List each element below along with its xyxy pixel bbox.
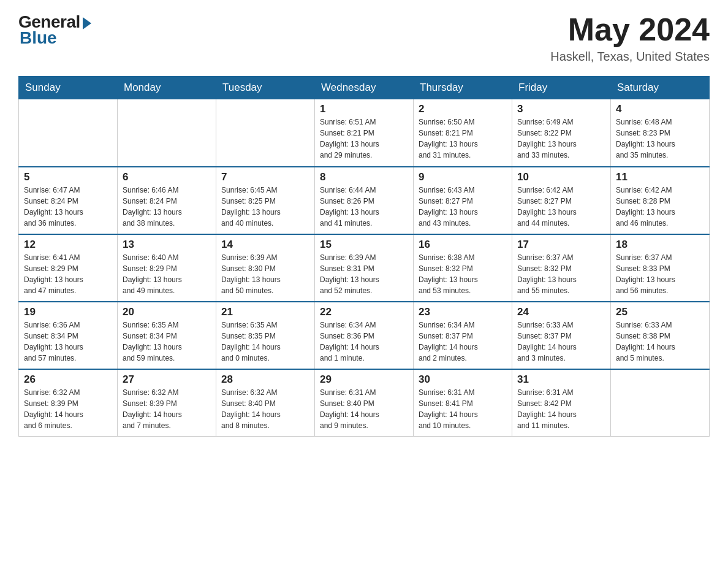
calendar-cell	[611, 369, 710, 437]
day-info-text: Sunrise: 6:46 AM Sunset: 8:24 PM Dayligh…	[123, 185, 211, 229]
col-tuesday: Tuesday	[216, 77, 315, 99]
calendar-cell: 3Sunrise: 6:49 AM Sunset: 8:22 PM Daylig…	[512, 99, 611, 167]
calendar-cell: 12Sunrise: 6:41 AM Sunset: 8:29 PM Dayli…	[19, 234, 118, 302]
day-number: 16	[419, 239, 507, 251]
day-info-text: Sunrise: 6:50 AM Sunset: 8:21 PM Dayligh…	[419, 117, 507, 161]
calendar-cell: 18Sunrise: 6:37 AM Sunset: 8:33 PM Dayli…	[611, 234, 710, 302]
day-info-text: Sunrise: 6:48 AM Sunset: 8:23 PM Dayligh…	[616, 117, 704, 161]
calendar-cell: 4Sunrise: 6:48 AM Sunset: 8:23 PM Daylig…	[611, 99, 710, 167]
day-info-text: Sunrise: 6:45 AM Sunset: 8:25 PM Dayligh…	[221, 185, 309, 229]
logo: General Blue	[18, 12, 91, 48]
calendar-cell: 10Sunrise: 6:42 AM Sunset: 8:27 PM Dayli…	[512, 167, 611, 234]
day-number: 18	[616, 239, 704, 251]
logo-blue-text: Blue	[20, 28, 57, 48]
calendar-cell: 13Sunrise: 6:40 AM Sunset: 8:29 PM Dayli…	[118, 234, 216, 302]
col-sunday: Sunday	[19, 77, 118, 99]
day-number: 17	[517, 239, 605, 251]
calendar-cell	[19, 99, 118, 167]
location-label: Haskell, Texas, United States	[550, 50, 710, 64]
calendar-header-row: Sunday Monday Tuesday Wednesday Thursday…	[19, 77, 710, 99]
day-info-text: Sunrise: 6:32 AM Sunset: 8:40 PM Dayligh…	[221, 387, 309, 431]
calendar-cell: 2Sunrise: 6:50 AM Sunset: 8:21 PM Daylig…	[414, 99, 512, 167]
day-info-text: Sunrise: 6:35 AM Sunset: 8:35 PM Dayligh…	[221, 320, 309, 364]
day-number: 29	[320, 373, 408, 386]
calendar-cell: 26Sunrise: 6:32 AM Sunset: 8:39 PM Dayli…	[19, 369, 118, 437]
col-monday: Monday	[118, 77, 216, 99]
day-number: 24	[517, 306, 605, 318]
week-row-4: 19Sunrise: 6:36 AM Sunset: 8:34 PM Dayli…	[19, 302, 710, 369]
day-info-text: Sunrise: 6:40 AM Sunset: 8:29 PM Dayligh…	[123, 252, 211, 296]
week-row-2: 5Sunrise: 6:47 AM Sunset: 8:24 PM Daylig…	[19, 167, 710, 234]
day-info-text: Sunrise: 6:38 AM Sunset: 8:32 PM Dayligh…	[419, 252, 507, 296]
calendar-cell: 11Sunrise: 6:42 AM Sunset: 8:28 PM Dayli…	[611, 167, 710, 234]
day-info-text: Sunrise: 6:31 AM Sunset: 8:40 PM Dayligh…	[320, 387, 408, 431]
day-info-text: Sunrise: 6:34 AM Sunset: 8:37 PM Dayligh…	[419, 320, 507, 364]
day-number: 26	[24, 373, 112, 386]
calendar-cell: 22Sunrise: 6:34 AM Sunset: 8:36 PM Dayli…	[315, 302, 414, 369]
day-number: 11	[616, 171, 704, 183]
day-info-text: Sunrise: 6:42 AM Sunset: 8:28 PM Dayligh…	[616, 185, 704, 229]
calendar-cell: 25Sunrise: 6:33 AM Sunset: 8:38 PM Dayli…	[611, 302, 710, 369]
day-number: 15	[320, 239, 408, 251]
calendar-cell: 6Sunrise: 6:46 AM Sunset: 8:24 PM Daylig…	[118, 167, 216, 234]
calendar-cell: 29Sunrise: 6:31 AM Sunset: 8:40 PM Dayli…	[315, 369, 414, 437]
calendar-cell: 21Sunrise: 6:35 AM Sunset: 8:35 PM Dayli…	[216, 302, 315, 369]
calendar-cell: 27Sunrise: 6:32 AM Sunset: 8:39 PM Dayli…	[118, 369, 216, 437]
day-number: 8	[320, 171, 408, 183]
day-info-text: Sunrise: 6:39 AM Sunset: 8:31 PM Dayligh…	[320, 252, 408, 296]
day-number: 4	[616, 103, 704, 115]
day-number: 13	[123, 239, 211, 251]
calendar-cell: 28Sunrise: 6:32 AM Sunset: 8:40 PM Dayli…	[216, 369, 315, 437]
month-year-title: May 2024	[550, 12, 710, 47]
day-info-text: Sunrise: 6:41 AM Sunset: 8:29 PM Dayligh…	[24, 252, 112, 296]
calendar-cell: 24Sunrise: 6:33 AM Sunset: 8:37 PM Dayli…	[512, 302, 611, 369]
day-info-text: Sunrise: 6:32 AM Sunset: 8:39 PM Dayligh…	[123, 387, 211, 431]
day-info-text: Sunrise: 6:33 AM Sunset: 8:37 PM Dayligh…	[517, 320, 605, 364]
col-wednesday: Wednesday	[315, 77, 414, 99]
day-info-text: Sunrise: 6:36 AM Sunset: 8:34 PM Dayligh…	[24, 320, 112, 364]
col-friday: Friday	[512, 77, 611, 99]
calendar-cell: 19Sunrise: 6:36 AM Sunset: 8:34 PM Dayli…	[19, 302, 118, 369]
day-info-text: Sunrise: 6:39 AM Sunset: 8:30 PM Dayligh…	[221, 252, 309, 296]
day-info-text: Sunrise: 6:33 AM Sunset: 8:38 PM Dayligh…	[616, 320, 704, 364]
calendar-cell: 30Sunrise: 6:31 AM Sunset: 8:41 PM Dayli…	[414, 369, 512, 437]
week-row-3: 12Sunrise: 6:41 AM Sunset: 8:29 PM Dayli…	[19, 234, 710, 302]
day-number: 21	[221, 306, 309, 318]
day-number: 23	[419, 306, 507, 318]
calendar-cell: 15Sunrise: 6:39 AM Sunset: 8:31 PM Dayli…	[315, 234, 414, 302]
day-number: 10	[517, 171, 605, 183]
calendar-cell	[118, 99, 216, 167]
calendar-cell: 5Sunrise: 6:47 AM Sunset: 8:24 PM Daylig…	[19, 167, 118, 234]
day-info-text: Sunrise: 6:51 AM Sunset: 8:21 PM Dayligh…	[320, 117, 408, 161]
day-number: 25	[616, 306, 704, 318]
day-info-text: Sunrise: 6:32 AM Sunset: 8:39 PM Dayligh…	[24, 387, 112, 431]
day-number: 5	[24, 171, 112, 183]
day-number: 14	[221, 239, 309, 251]
day-number: 22	[320, 306, 408, 318]
day-number: 27	[123, 373, 211, 386]
calendar-cell	[216, 99, 315, 167]
calendar-cell: 17Sunrise: 6:37 AM Sunset: 8:32 PM Dayli…	[512, 234, 611, 302]
day-number: 31	[517, 373, 605, 386]
day-number: 2	[419, 103, 507, 115]
day-number: 12	[24, 239, 112, 251]
col-thursday: Thursday	[414, 77, 512, 99]
day-info-text: Sunrise: 6:34 AM Sunset: 8:36 PM Dayligh…	[320, 320, 408, 364]
day-info-text: Sunrise: 6:47 AM Sunset: 8:24 PM Dayligh…	[24, 185, 112, 229]
day-number: 20	[123, 306, 211, 318]
day-number: 28	[221, 373, 309, 386]
day-info-text: Sunrise: 6:31 AM Sunset: 8:41 PM Dayligh…	[419, 387, 507, 431]
calendar-cell: 7Sunrise: 6:45 AM Sunset: 8:25 PM Daylig…	[216, 167, 315, 234]
calendar-cell: 23Sunrise: 6:34 AM Sunset: 8:37 PM Dayli…	[414, 302, 512, 369]
calendar-cell: 20Sunrise: 6:35 AM Sunset: 8:34 PM Dayli…	[118, 302, 216, 369]
logo-triangle-icon	[83, 17, 91, 29]
day-number: 19	[24, 306, 112, 318]
day-info-text: Sunrise: 6:43 AM Sunset: 8:27 PM Dayligh…	[419, 185, 507, 229]
calendar-cell: 9Sunrise: 6:43 AM Sunset: 8:27 PM Daylig…	[414, 167, 512, 234]
day-info-text: Sunrise: 6:49 AM Sunset: 8:22 PM Dayligh…	[517, 117, 605, 161]
day-number: 1	[320, 103, 408, 115]
day-info-text: Sunrise: 6:44 AM Sunset: 8:26 PM Dayligh…	[320, 185, 408, 229]
col-saturday: Saturday	[611, 77, 710, 99]
day-number: 30	[419, 373, 507, 386]
week-row-5: 26Sunrise: 6:32 AM Sunset: 8:39 PM Dayli…	[19, 369, 710, 437]
